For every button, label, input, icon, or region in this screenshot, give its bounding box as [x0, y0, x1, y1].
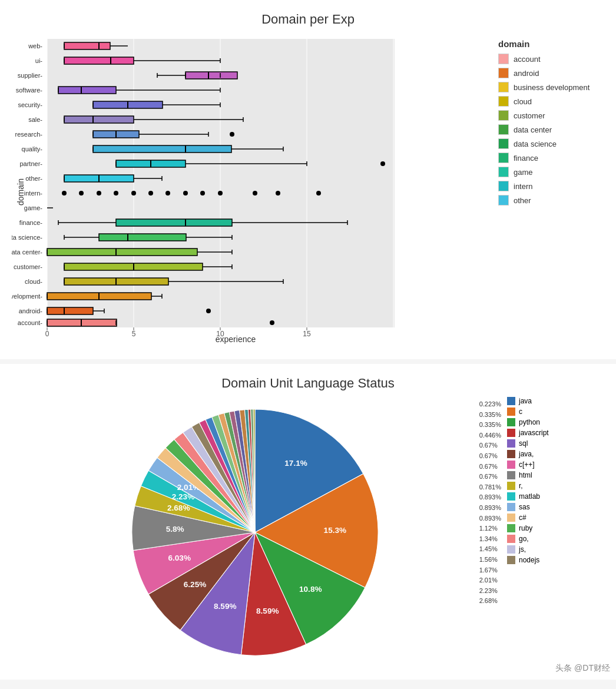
pie-legend-label: python	[519, 418, 540, 426]
pie-legend-label: r,	[519, 482, 523, 490]
legend-label: data science	[514, 140, 557, 148]
pie-label: 10.8%	[299, 585, 322, 594]
svg-point-81	[97, 191, 101, 196]
pie-legend-color-box	[507, 514, 515, 522]
pie-legend-label: java,	[519, 450, 534, 458]
pie-label: 2.68%	[167, 504, 190, 512]
svg-rect-101	[99, 234, 186, 241]
legend-item: data science	[498, 138, 604, 149]
legend-color-box	[498, 124, 509, 135]
legend-item: business development	[498, 82, 604, 92]
pie-pct-labels: 0.223% 0.335% 0.335% 0.446% 0.67% 0.67% …	[479, 399, 501, 607]
boxplot-legend: domain accountandroidbusiness developmen…	[486, 33, 604, 209]
boxplot-section: Domain per Exp domain experience 0 5	[0, 0, 616, 359]
svg-text:15: 15	[303, 330, 311, 338]
pie-title: Domain Unit Language Status	[12, 376, 604, 391]
svg-point-57	[230, 132, 234, 137]
pie-label: 8.59%	[256, 607, 279, 615]
legend-color-box	[498, 110, 509, 121]
svg-point-85	[165, 191, 170, 196]
svg-text:0: 0	[45, 330, 49, 338]
pie-legend-color-box	[507, 482, 515, 490]
svg-point-82	[114, 191, 118, 196]
legend-color-box	[498, 181, 509, 191]
svg-text:business development-: business development-	[12, 293, 42, 300]
pie-legend-color-box	[507, 397, 515, 405]
svg-rect-60	[93, 145, 231, 153]
svg-text:cloud-: cloud-	[25, 278, 42, 285]
legend-label: cloud	[514, 97, 532, 106]
legend-title: domain	[498, 39, 604, 49]
pie-chart-svg: 17.1%15.3%10.8%8.59%8.59%6.25%6.03%5.8%2…	[120, 397, 390, 668]
pie-legend-item: c	[507, 408, 604, 416]
legend-color-box	[498, 153, 509, 163]
pie-legend-label: js,	[519, 545, 526, 554]
svg-text:software-: software-	[16, 87, 43, 94]
pie-legend-item: r,	[507, 482, 604, 490]
legend-label: customer	[514, 111, 545, 120]
svg-text:intern-: intern-	[24, 190, 43, 197]
svg-text:supplier-: supplier-	[18, 72, 43, 79]
pie-legend-label: matlab	[519, 492, 540, 501]
pie-legend-item: sas	[507, 503, 604, 511]
pie-legend-label: go,	[519, 535, 529, 543]
legend-item: account	[498, 54, 604, 64]
pie-legend-color-box	[507, 461, 515, 469]
svg-rect-95	[116, 219, 232, 226]
pie-label: 6.25%	[184, 580, 207, 589]
svg-rect-26	[186, 72, 237, 79]
pie-legend-item: c#	[507, 514, 604, 522]
boxplot-container: domain experience 0 5 10 15	[12, 33, 604, 347]
pie-legend-label: ruby	[519, 524, 532, 532]
boxplot-plot-area: domain experience 0 5 10 15	[12, 33, 486, 347]
pie-legend-label: sas	[519, 503, 530, 511]
svg-point-90	[276, 191, 280, 196]
legend-item: cloud	[498, 96, 604, 107]
svg-rect-34	[58, 87, 116, 94]
pie-legend-color-box	[507, 471, 515, 479]
pie-legend-color-box	[507, 439, 515, 448]
svg-text:ui-: ui-	[35, 57, 43, 64]
pie-legend-label: nodejs	[519, 556, 539, 564]
pie-legend-item: ruby	[507, 524, 604, 532]
legend-item: customer	[498, 110, 604, 121]
legend-color-box	[498, 68, 509, 78]
pie-legend-color-box	[507, 545, 515, 554]
legend-label: intern	[514, 182, 533, 191]
pie-legend-item: python	[507, 418, 604, 426]
pie-legend-label: sql	[519, 439, 528, 448]
pie-legend-color-box	[507, 450, 515, 458]
svg-point-91	[316, 191, 321, 196]
svg-text:data center-: data center-	[12, 249, 42, 256]
pie-legend-item: sql	[507, 439, 604, 448]
svg-point-135	[206, 309, 211, 313]
pie-legend-item: java	[507, 397, 604, 405]
legend-item: data center	[498, 124, 604, 135]
pie-legend: javacpythonjavascriptsqljava,c[++]htmlr,…	[498, 397, 604, 567]
pie-legend-item: html	[507, 471, 604, 479]
pie-legend-label: c	[519, 408, 522, 416]
pie-label: 17.1%	[284, 459, 307, 468]
svg-text:quality-: quality-	[22, 145, 43, 153]
legend-label: game	[514, 168, 533, 177]
pie-legend-label: html	[519, 471, 532, 479]
legend-item: finance	[498, 153, 604, 163]
pie-label: 15.3%	[324, 526, 347, 535]
legend-item: game	[498, 167, 604, 177]
svg-text:10: 10	[216, 330, 224, 338]
svg-text:android-: android-	[19, 307, 43, 314]
pie-legend-item: javascript	[507, 429, 604, 437]
svg-text:customer-: customer-	[14, 263, 42, 270]
svg-point-83	[131, 191, 136, 196]
svg-point-84	[148, 191, 153, 196]
svg-point-142	[270, 320, 274, 325]
svg-point-87	[200, 191, 205, 196]
pie-legend-color-box	[507, 418, 515, 426]
legend-color-box	[498, 54, 509, 64]
pie-legend-color-box	[507, 556, 515, 564]
pie-label: 6.03%	[168, 554, 191, 562]
svg-text:web-: web-	[28, 42, 42, 49]
svg-rect-14	[64, 42, 110, 49]
pie-legend-item: c[++]	[507, 461, 604, 469]
pie-legend-color-box	[507, 503, 515, 511]
